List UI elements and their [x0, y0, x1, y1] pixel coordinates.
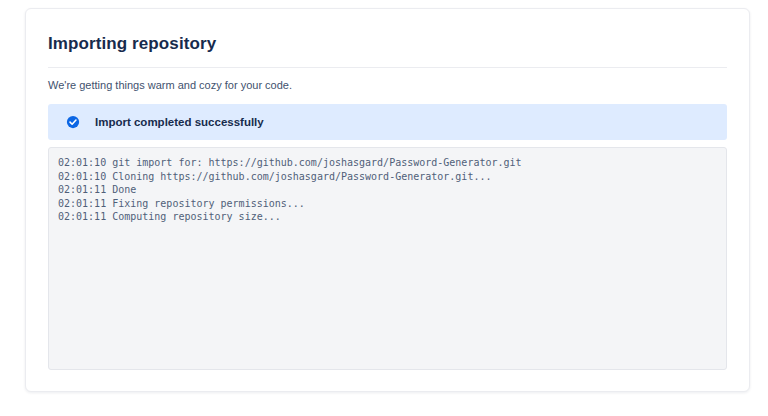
import-status-card: Importing repository We're getting thing…	[25, 8, 750, 392]
log-line: 02:01:10 Cloning https://github.com/josh…	[58, 170, 717, 184]
title-divider	[48, 67, 727, 68]
log-line: 02:01:11 Done	[58, 183, 717, 197]
page-title: Importing repository	[48, 34, 727, 54]
log-line: 02:01:10 git import for: https://github.…	[58, 156, 717, 170]
check-circle-icon	[66, 115, 80, 129]
success-banner: Import completed successfully	[48, 104, 727, 140]
log-line: 02:01:11 Fixing repository permissions..…	[58, 197, 717, 211]
subtitle-text: We're getting things warm and cozy for y…	[48, 79, 727, 91]
log-line: 02:01:11 Computing repository size...	[58, 210, 717, 224]
success-banner-label: Import completed successfully	[95, 116, 264, 128]
import-log-output: 02:01:10 git import for: https://github.…	[48, 147, 727, 370]
